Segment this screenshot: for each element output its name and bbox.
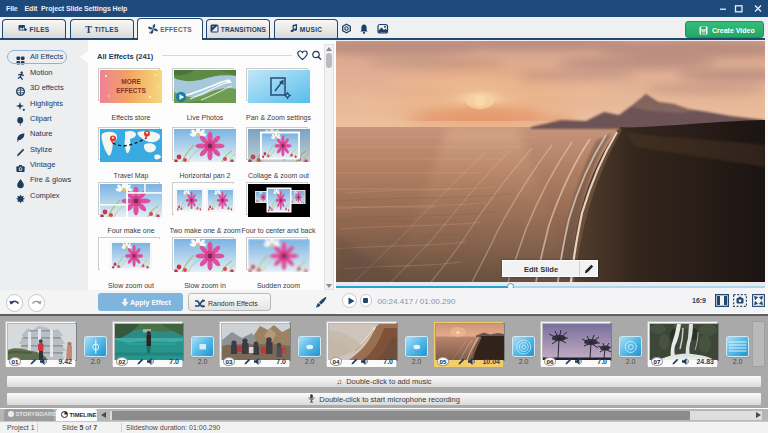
svg-text:MORE: MORE [121, 78, 141, 85]
svg-text:EFFECTS: EFFECTS [116, 87, 146, 94]
